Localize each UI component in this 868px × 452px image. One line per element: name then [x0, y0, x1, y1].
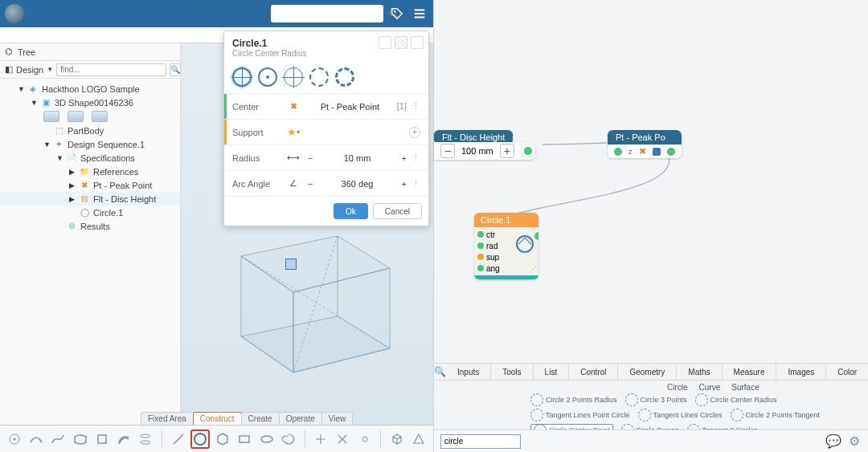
tool-hexagon-icon[interactable]	[213, 430, 231, 449]
tool-loft-icon[interactable]	[137, 430, 155, 449]
graph-canvas[interactable]: Flt - Disc Height − 100 mm + Pt - Peak P…	[434, 0, 868, 363]
tab-inputs[interactable]: Inputs	[446, 364, 491, 380]
tool-cube-icon[interactable]	[387, 430, 406, 449]
decrement-button[interactable]: −	[308, 179, 313, 189]
output-port-icon[interactable]	[667, 148, 675, 156]
tree-node-shape[interactable]: ▼▣3D Shape00146236	[0, 96, 180, 109]
tool-spline-icon[interactable]	[49, 430, 68, 449]
cancel-button[interactable]: Cancel	[373, 203, 422, 219]
tab-view[interactable]: View	[321, 412, 354, 425]
subcat-curve[interactable]: Curve	[699, 383, 721, 392]
tool-circle-icon[interactable]	[190, 430, 210, 449]
graph-node-circle[interactable]: Circle.1 ctr rad sup ang ⋰	[474, 213, 538, 279]
dialog-pin-icon[interactable]	[379, 36, 391, 49]
tab-control[interactable]: Control	[569, 364, 618, 380]
tab-geometry[interactable]: Geometry	[618, 364, 677, 380]
selected-plane-handle[interactable]	[285, 259, 297, 270]
subcat-circle[interactable]: Circle	[667, 383, 688, 392]
tab-images[interactable]: Images	[776, 364, 826, 380]
param-more-icon[interactable]: ⋮	[411, 178, 420, 189]
increment-button[interactable]: +	[402, 179, 407, 189]
palette-search-icon[interactable]: 🔍	[434, 364, 446, 380]
graph-node-peak[interactable]: Pt - Peak Po z ✖	[608, 130, 682, 158]
palette-item[interactable]: Circle 3 Points	[625, 393, 687, 405]
tree-node-partbody[interactable]: ⬚PartBody	[0, 124, 180, 137]
settings-icon[interactable]: ⚙	[847, 434, 862, 449]
tool-misc1-icon[interactable]	[312, 430, 330, 449]
app-logo-icon[interactable]	[5, 4, 24, 23]
param-arc[interactable]: Arc Angle ∠ − 360 deg + ⋮	[224, 170, 428, 196]
dialog-grid-icon[interactable]	[395, 36, 407, 49]
tool-cone-icon[interactable]	[410, 430, 428, 449]
palette-item[interactable]: Tangent Lines Circles	[638, 409, 723, 421]
tree-node-results[interactable]: ⚙Results	[0, 219, 180, 233]
increment-button[interactable]: +	[500, 144, 514, 158]
mode-dashed2-icon[interactable]	[335, 67, 354, 87]
yz-plane-icon[interactable]	[68, 111, 84, 122]
palette-item[interactable]: Tangent Lines Point Circle	[530, 409, 630, 421]
design-mode-label[interactable]: Design	[16, 65, 43, 75]
tab-fixed-area[interactable]: Fixed Area	[141, 412, 194, 425]
port-ctr-icon[interactable]	[477, 231, 484, 238]
tree-node-dseq[interactable]: ▼✦Design Sequence.1	[0, 137, 180, 151]
port-rad-icon[interactable]	[477, 242, 484, 249]
palette-item[interactable]: Circle 2 Points Radius	[530, 393, 617, 405]
tree-node-circle[interactable]: ◯Circle.1	[0, 206, 180, 219]
mode-3points-icon[interactable]	[284, 67, 303, 87]
tab-operate[interactable]: Operate	[279, 412, 322, 425]
tab-maths[interactable]: Maths	[677, 364, 722, 380]
tool-arc-icon[interactable]	[27, 430, 45, 449]
palette-item[interactable]: Circle 2 Points Tangent	[731, 409, 820, 421]
mode-dashed-icon[interactable]	[309, 67, 329, 87]
tool-line-icon[interactable]	[169, 430, 187, 449]
input-port-icon[interactable]	[614, 148, 622, 156]
tab-construct[interactable]: Construct	[193, 412, 242, 425]
tab-list[interactable]: List	[534, 364, 570, 380]
increment-button[interactable]: +	[402, 153, 407, 163]
tab-tools[interactable]: Tools	[491, 364, 533, 380]
chat-icon[interactable]: 💬	[826, 434, 841, 449]
dialog-more-icon[interactable]	[411, 36, 424, 49]
param-more-icon[interactable]: ⋮	[411, 101, 420, 112]
tag-icon[interactable]	[388, 5, 406, 22]
tree-node-refs[interactable]: ▶📁References	[0, 165, 180, 178]
palette-filter-input[interactable]	[440, 434, 521, 449]
decrement-button[interactable]: −	[440, 144, 455, 158]
tool-rectangle-icon[interactable]	[235, 430, 254, 449]
tool-ellipse-icon[interactable]	[257, 430, 276, 449]
tree-find-input[interactable]	[56, 63, 166, 76]
tool-extrude-icon[interactable]	[92, 430, 111, 449]
param-value[interactable]: 360 deg	[317, 179, 396, 189]
menu-icon[interactable]	[411, 5, 428, 22]
design-mode-icon[interactable]: ◧	[5, 64, 13, 75]
param-center[interactable]: Center ✖ Pt - Peak Point [1]⋮	[224, 93, 428, 119]
tool-spiral-icon[interactable]	[279, 430, 297, 449]
tab-measure[interactable]: Measure	[723, 364, 777, 380]
tool-point-icon[interactable]	[5, 430, 23, 449]
param-more-icon[interactable]: ⋮	[411, 153, 420, 163]
tool-misc2-icon[interactable]	[334, 430, 352, 449]
ok-button[interactable]: Ok	[334, 203, 368, 219]
param-support[interactable]: Support ★▾ +	[224, 119, 428, 145]
decrement-button[interactable]: −	[308, 153, 313, 163]
global-search[interactable]	[271, 5, 383, 22]
graph-node-disc-body[interactable]: − 100 mm +	[434, 142, 535, 160]
tree-node-peak[interactable]: ▶✖Pt - Peak Point	[0, 178, 180, 192]
tree-node-disc[interactable]: ▶⊟Flt - Disc Height	[0, 192, 180, 206]
add-icon[interactable]: +	[409, 127, 420, 138]
subcat-surface[interactable]: Surface	[731, 383, 759, 392]
tool-sweep-icon[interactable]	[114, 430, 133, 449]
output-port-icon[interactable]	[524, 147, 532, 155]
port-ang-icon[interactable]	[477, 265, 484, 271]
tab-color[interactable]: Color	[826, 364, 868, 380]
find-search-icon[interactable]: 🔍	[170, 63, 181, 76]
global-search-input[interactable]	[274, 8, 388, 19]
zx-plane-icon[interactable]	[92, 111, 108, 122]
tree-node-specs[interactable]: ▼📄Specifications	[0, 151, 180, 165]
mode-center-point-icon[interactable]	[258, 67, 277, 87]
node-value[interactable]: 100 mm	[461, 146, 493, 156]
resize-handle-icon[interactable]: ⋰	[530, 266, 537, 274]
tool-surface-icon[interactable]	[71, 430, 89, 449]
tool-misc3-icon[interactable]	[355, 430, 374, 449]
dropdown-icon[interactable]: ▼	[47, 66, 53, 73]
